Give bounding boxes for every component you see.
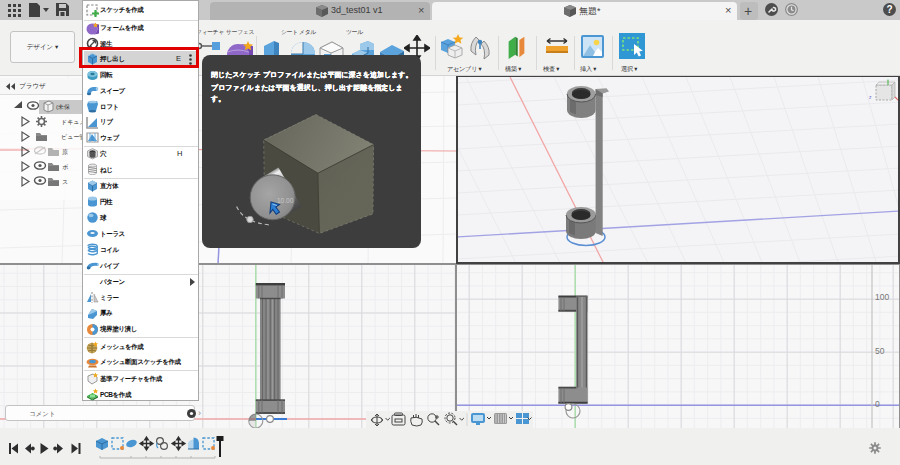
svg-text:ス: ス	[62, 179, 68, 185]
svg-text:0: 0	[875, 399, 880, 409]
svg-text:50: 50	[875, 346, 885, 356]
svg-text:ビュー管: ビュー管	[61, 133, 82, 141]
svg-text:10.00: 10.00	[277, 197, 294, 204]
svg-text:ボ: ボ	[62, 164, 68, 170]
svg-text:z: z	[869, 94, 872, 100]
svg-text:(未保: (未保	[56, 104, 70, 110]
svg-text:100: 100	[875, 292, 889, 302]
svg-text:原: 原	[62, 148, 68, 155]
svg-text:?: ?	[886, 4, 892, 15]
svg-text:ドキュメ: ドキュメ	[61, 119, 82, 125]
